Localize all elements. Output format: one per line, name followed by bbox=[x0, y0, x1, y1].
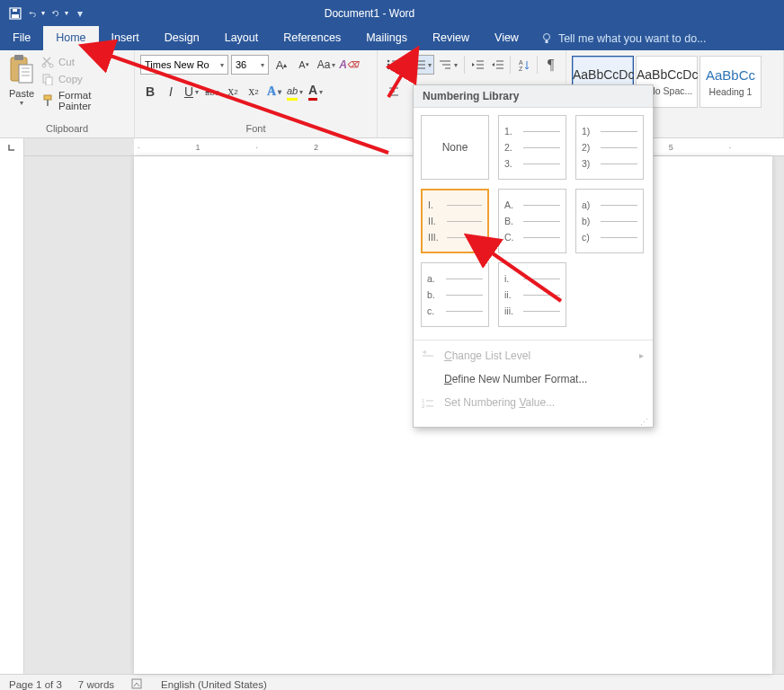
numbering-options-grid: None 1. 2. 3. 1) 2) 3) I. II. III. A. B.… bbox=[414, 108, 653, 340]
qat-customize-icon[interactable]: ▾ bbox=[76, 4, 85, 23]
style-preview: AaBbCc bbox=[700, 67, 761, 83]
vertical-ruler[interactable] bbox=[0, 156, 24, 674]
scissors-icon bbox=[41, 56, 54, 68]
tab-insert[interactable]: Insert bbox=[99, 26, 152, 50]
tab-references[interactable]: References bbox=[271, 26, 353, 50]
ribbon-tabs: File Home Insert Design Layout Reference… bbox=[0, 26, 784, 50]
style-heading1[interactable]: AaBbCc Heading 1 bbox=[699, 56, 762, 108]
num-option-upper-roman[interactable]: I. II. III. bbox=[421, 189, 489, 253]
status-language[interactable]: English (United States) bbox=[161, 679, 267, 690]
horizontal-ruler[interactable]: ·1·2·3·4·5·6 bbox=[0, 138, 784, 156]
tell-me-search[interactable]: Tell me what you want to do... bbox=[531, 32, 716, 45]
format-painter-button[interactable]: Format Painter bbox=[40, 88, 129, 113]
tab-view[interactable]: View bbox=[482, 26, 531, 50]
redo-icon[interactable]: ▾ bbox=[52, 4, 72, 23]
num-option-upper-alpha[interactable]: A. B. C. bbox=[498, 189, 566, 253]
font-name-combo[interactable]: Times New Ro▾ bbox=[140, 55, 228, 75]
clear-formatting-button[interactable]: A⌫ bbox=[339, 55, 359, 75]
font-color-button[interactable]: A▾ bbox=[306, 82, 325, 102]
text-effects-button[interactable]: A▾ bbox=[264, 82, 284, 102]
svg-rect-6 bbox=[14, 55, 23, 60]
group-font: Times New Ro▾ 36▾ A▴ A▾ Aa▾ A⌫ B I U▾ ab… bbox=[135, 50, 378, 137]
num-option-decimal-dot[interactable]: 1. 2. 3. bbox=[498, 115, 566, 180]
show-hide-button[interactable]: ¶ bbox=[541, 55, 560, 75]
cut-button[interactable]: Cut bbox=[40, 54, 129, 70]
tell-me-placeholder: Tell me what you want to do... bbox=[558, 32, 707, 45]
font-size-combo[interactable]: 36▾ bbox=[231, 55, 269, 75]
undo-icon[interactable]: ▾ bbox=[29, 4, 49, 23]
paste-icon bbox=[8, 54, 35, 86]
sort-button[interactable]: AZ bbox=[514, 55, 533, 75]
svg-rect-2 bbox=[13, 9, 17, 12]
grow-font-button[interactable]: A▴ bbox=[272, 55, 291, 75]
subscript-button[interactable]: x2 bbox=[223, 82, 243, 102]
font-size-value: 36 bbox=[236, 59, 246, 70]
numbering-library-popup: Numbering Library None 1. 2. 3. 1) 2) 3)… bbox=[413, 84, 654, 428]
num-option-lower-alpha-paren[interactable]: a) b) c) bbox=[575, 189, 644, 253]
popup-resize-grip[interactable]: ⋰ bbox=[414, 418, 653, 427]
paste-button[interactable]: Paste ▾ bbox=[5, 54, 38, 119]
status-bar: Page 1 of 3 7 words English (United Stat… bbox=[0, 674, 784, 690]
tab-layout[interactable]: Layout bbox=[212, 26, 272, 50]
bold-button[interactable]: B bbox=[140, 82, 160, 102]
document-workspace bbox=[0, 156, 784, 674]
copy-button[interactable]: Copy bbox=[40, 71, 129, 87]
align-left-button[interactable] bbox=[383, 82, 405, 102]
tab-mailings[interactable]: Mailings bbox=[353, 26, 420, 50]
svg-text:2: 2 bbox=[422, 403, 425, 409]
format-painter-icon bbox=[41, 94, 54, 107]
change-level-icon bbox=[421, 349, 435, 363]
set-value-icon: 12 bbox=[421, 395, 435, 410]
superscript-button[interactable]: x2 bbox=[244, 82, 263, 102]
ribbon: Paste ▾ Cut Copy Format Painter Clipboar… bbox=[0, 50, 784, 138]
decrease-indent-button[interactable] bbox=[468, 55, 487, 75]
cut-label: Cut bbox=[58, 57, 75, 67]
svg-rect-7 bbox=[19, 65, 32, 83]
svg-text:Z: Z bbox=[519, 66, 523, 71]
style-preview: AaBbCcDc bbox=[637, 67, 697, 82]
svg-point-19 bbox=[388, 64, 390, 66]
copy-icon bbox=[41, 73, 54, 85]
window-title: Document1 - Word bbox=[90, 7, 649, 20]
save-icon[interactable] bbox=[5, 4, 25, 23]
multilevel-list-button[interactable]: ▾ bbox=[435, 55, 460, 75]
num-option-none[interactable]: None bbox=[421, 115, 489, 180]
lightbulb-icon bbox=[540, 32, 553, 45]
status-page[interactable]: Page 1 of 3 bbox=[9, 679, 62, 690]
define-number-format-item[interactable]: Define New Number Format... bbox=[414, 367, 653, 391]
svg-rect-14 bbox=[46, 77, 52, 85]
num-option-decimal-paren[interactable]: 1) 2) 3) bbox=[575, 115, 644, 180]
shrink-font-button[interactable]: A▾ bbox=[294, 55, 314, 75]
style-preview: AaBbCcDc bbox=[573, 67, 633, 82]
highlight-button[interactable]: ab▾ bbox=[285, 82, 305, 102]
svg-rect-4 bbox=[545, 40, 548, 43]
svg-rect-16 bbox=[47, 100, 49, 106]
svg-rect-15 bbox=[44, 95, 51, 100]
tab-design[interactable]: Design bbox=[152, 26, 212, 50]
bullets-button[interactable]: ▾ bbox=[383, 55, 408, 75]
popup-title: Numbering Library bbox=[414, 85, 653, 108]
status-proofing-icon[interactable] bbox=[130, 677, 145, 691]
strikethrough-button[interactable]: abc bbox=[202, 82, 222, 102]
italic-button[interactable]: I bbox=[161, 82, 181, 102]
set-numbering-value-item: 12 Set Numbering Value... bbox=[414, 391, 653, 414]
increase-indent-button[interactable] bbox=[488, 55, 507, 75]
tab-review[interactable]: Review bbox=[420, 26, 482, 50]
font-name-value: Times New Ro bbox=[145, 59, 209, 70]
quick-access-toolbar: ▾ ▾ ▾ bbox=[0, 4, 90, 23]
group-clipboard: Paste ▾ Cut Copy Format Painter Clipboar… bbox=[0, 50, 135, 137]
tab-home[interactable]: Home bbox=[43, 26, 98, 50]
status-words[interactable]: 7 words bbox=[78, 679, 114, 690]
num-option-lower-roman[interactable]: i. ii. iii. bbox=[498, 262, 566, 327]
svg-text:A: A bbox=[519, 59, 523, 66]
num-option-lower-alpha-dot[interactable]: a. b. c. bbox=[421, 262, 489, 327]
underline-button[interactable]: U▾ bbox=[182, 82, 201, 102]
svg-point-3 bbox=[543, 33, 549, 40]
change-case-button[interactable]: Aa▾ bbox=[316, 55, 336, 75]
svg-point-17 bbox=[388, 60, 390, 63]
numbering-button[interactable]: 123▾ bbox=[409, 55, 434, 75]
tab-selector[interactable] bbox=[0, 138, 24, 156]
svg-point-12 bbox=[49, 64, 53, 67]
tab-file[interactable]: File bbox=[0, 26, 43, 50]
format-painter-label: Format Painter bbox=[58, 90, 127, 111]
